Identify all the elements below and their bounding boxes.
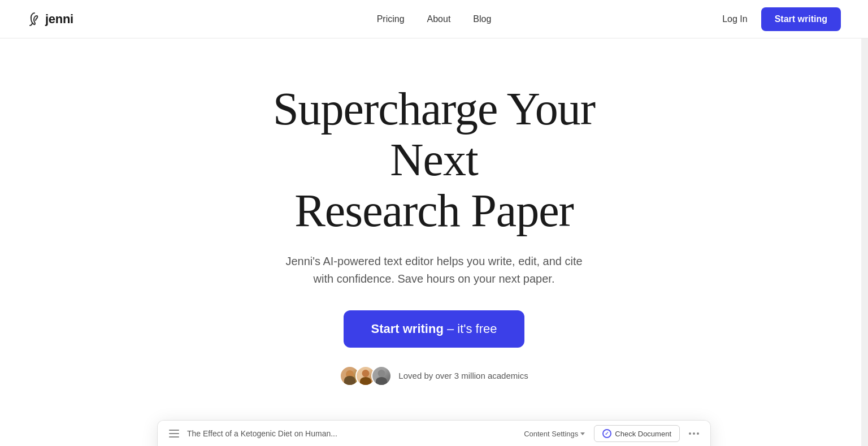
chevron-down-icon xyxy=(580,432,585,435)
jenni-logo-icon xyxy=(27,12,42,27)
dot-3 xyxy=(697,432,699,435)
navbar: jenni Pricing About Blog Log In Start wr… xyxy=(0,0,868,38)
dot-2 xyxy=(693,432,695,435)
content-settings-button[interactable]: Content Settings xyxy=(524,430,585,438)
menu-line-1 xyxy=(169,430,179,431)
hero-cta-button[interactable]: Start writing – it's free xyxy=(344,310,524,348)
hero-title: Supercharge Your Next Research Paper xyxy=(236,84,632,237)
hero-cta-main-text: Start writing xyxy=(371,322,443,336)
preview-window: The Effect of a Ketogenic Diet on Human.… xyxy=(157,420,711,446)
social-proof-text: Loved by over 3 million academics xyxy=(398,371,528,380)
check-document-button[interactable]: Check Document xyxy=(594,425,680,442)
nav-links: Pricing About Blog xyxy=(377,14,492,24)
menu-line-2 xyxy=(169,433,179,434)
hero-title-line1: Supercharge Your Next xyxy=(273,83,595,185)
nav-blog[interactable]: Blog xyxy=(473,14,491,24)
nav-pricing[interactable]: Pricing xyxy=(377,14,405,24)
nav-right: Log In Start writing xyxy=(722,7,841,31)
preview-wrap: The Effect of a Ketogenic Diet on Human.… xyxy=(0,409,868,446)
hero-subtitle: Jenni's AI-powered text editor helps you… xyxy=(276,253,592,288)
hero-cta-sub-text: – it's free xyxy=(444,322,497,336)
login-link[interactable]: Log In xyxy=(722,14,747,24)
avatar-3 xyxy=(371,366,392,386)
hero-section: Supercharge Your Next Research Paper Jen… xyxy=(0,38,868,409)
dot-1 xyxy=(689,432,691,435)
hamburger-icon[interactable] xyxy=(169,430,179,438)
brand-name: jenni xyxy=(45,12,73,27)
logo-link[interactable]: jenni xyxy=(27,12,73,27)
content-settings-label: Content Settings xyxy=(524,430,578,438)
preview-topbar: The Effect of a Ketogenic Diet on Human.… xyxy=(158,421,710,446)
social-proof: Loved by over 3 million academics xyxy=(340,366,528,386)
nav-start-writing-button[interactable]: Start writing xyxy=(761,7,841,31)
page-scrollbar[interactable] xyxy=(861,0,868,446)
topbar-right: Content Settings Check Document xyxy=(524,425,699,442)
nav-about[interactable]: About xyxy=(427,14,451,24)
topbar-left: The Effect of a Ketogenic Diet on Human.… xyxy=(169,429,337,438)
menu-line-3 xyxy=(169,436,179,438)
avatar-group xyxy=(340,366,392,386)
check-document-label: Check Document xyxy=(615,430,671,438)
doc-title-preview: The Effect of a Ketogenic Diet on Human.… xyxy=(187,429,337,438)
check-icon xyxy=(602,429,611,438)
more-options-button[interactable] xyxy=(689,432,699,435)
hero-title-line2: Research Paper xyxy=(294,185,574,236)
